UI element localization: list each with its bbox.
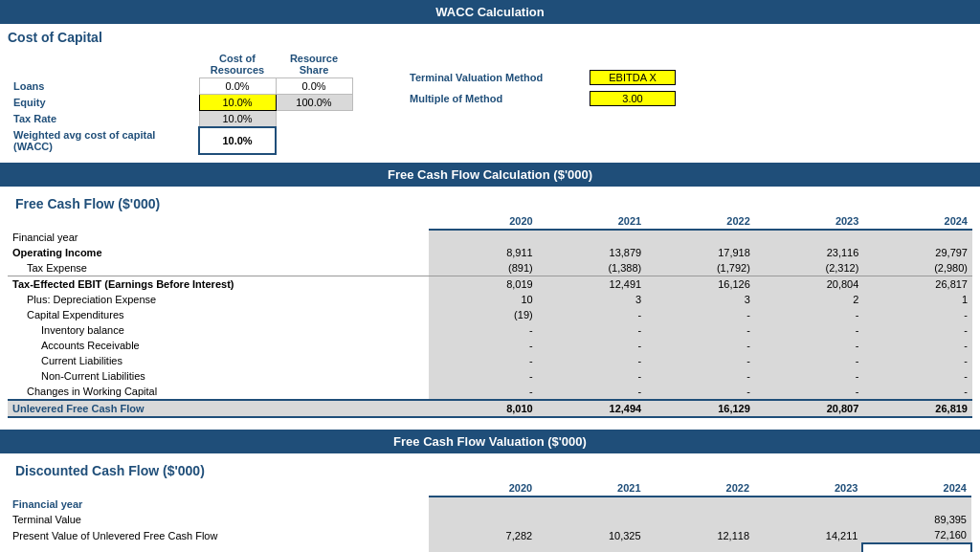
- dcf-year-2020: 2020: [429, 480, 537, 497]
- fcf-val-5-4: -: [863, 307, 972, 322]
- fcf-val-7-1: -: [538, 338, 647, 353]
- terminal-method-label: Terminal Valuation Method: [410, 72, 582, 83]
- fcf-label-2: Tax Expense: [8, 260, 429, 276]
- fcf-label-5: Capital Expenditures: [8, 307, 429, 322]
- fcf-val-6-4: -: [863, 322, 972, 338]
- fcf-val-10-4: -: [863, 384, 972, 400]
- dcf-val-2-3: 14,211: [754, 527, 862, 543]
- fcf-val-1-0: 8,911: [429, 245, 538, 260]
- cost-of-capital-section: Cost of Capital Cost of Resources Resour…: [0, 24, 980, 163]
- fcf-val-11-1: 12,494: [538, 400, 647, 417]
- fcf-val-10-0: -: [429, 384, 538, 400]
- fcf-val-8-3: -: [755, 353, 864, 368]
- fcf-val-11-2: 16,129: [646, 400, 755, 417]
- cost-of-capital-title: Cost of Capital: [0, 24, 980, 47]
- fcf-val-9-4: -: [863, 368, 972, 384]
- fcf-val-6-3: -: [755, 322, 864, 338]
- fcf-val-10-3: -: [755, 384, 864, 400]
- fcf-label-4: Plus: Depreciation Expense: [8, 292, 429, 307]
- fcf-label-1: Operating Income: [8, 245, 429, 260]
- fcf-label-8: Current Liabilities: [8, 353, 429, 368]
- dcf-val-2-1: 10,325: [537, 527, 645, 543]
- dcf-val-2-4: 72,160: [862, 527, 971, 543]
- fcf-val-2-1: (1,388): [538, 260, 647, 276]
- year-2020: 2020: [429, 213, 538, 230]
- fcf-val-4-3: 2: [755, 292, 864, 307]
- fcf-val-4-1: 3: [538, 292, 647, 307]
- wacc-right-panel: Terminal Valuation Method EBITDA X Multi…: [410, 51, 676, 155]
- fcf-val-7-2: -: [646, 338, 755, 353]
- fcf-val-5-3: -: [755, 307, 864, 322]
- fcf-val-9-0: -: [429, 368, 538, 384]
- fcf-section-header: Free Cash Flow Calculation ($'000): [0, 163, 980, 187]
- fcf-val-9-1: -: [538, 368, 647, 384]
- fcf-val-1-3: 23,116: [755, 245, 864, 260]
- wacc-col2-header: Resource Share: [276, 51, 352, 78]
- dcf-section-header: Free Cash Flow Valuation ($'000): [0, 430, 980, 453]
- fcf-label-9: Non-Current Liabilities: [8, 368, 429, 384]
- equity-label: Equity: [8, 95, 199, 111]
- npv-value: 116,096: [862, 543, 971, 552]
- fcf-row-label-0: Financial year: [8, 230, 429, 245]
- dcf-year-2022: 2022: [646, 480, 754, 497]
- dcf-section: Discounted Cash Flow ($'000) 2020 2021 2…: [0, 453, 980, 552]
- fcf-val-1-2: 17,918: [646, 245, 755, 260]
- dcf-label-1: Terminal Value: [8, 512, 429, 527]
- wacc-value: 10.0%: [199, 127, 276, 154]
- fcf-val-7-3: -: [755, 338, 864, 353]
- loans-cost: 0.0%: [199, 78, 276, 95]
- fcf-label-10: Changes in Working Capital: [8, 384, 429, 400]
- dcf-val-2-0: 7,282: [429, 527, 537, 543]
- fcf-val-3-1: 12,491: [538, 276, 647, 293]
- fcf-val-9-2: -: [646, 368, 755, 384]
- fcf-val-10-1: -: [538, 384, 647, 400]
- fcf-val-10-2: -: [646, 384, 755, 400]
- year-2023: 2023: [755, 213, 864, 230]
- npv-label: NPV based on year 5: [8, 543, 429, 552]
- wacc-label: Weighted avg cost of capital (WACC): [8, 127, 199, 154]
- fcf-section: Free Cash Flow ($'000) 2020 2021 2022 20…: [0, 187, 980, 426]
- fcf-val-1-4: 29,797: [863, 245, 972, 260]
- fcf-val-3-4: 26,817: [863, 276, 972, 293]
- dcf-year-2023: 2023: [754, 480, 862, 497]
- fcf-val-11-4: 26,819: [863, 400, 972, 417]
- multiple-method-value: 3.00: [590, 91, 676, 106]
- dcf-val-1-0: [429, 512, 537, 527]
- year-2022: 2022: [646, 213, 755, 230]
- fcf-val-5-2: -: [646, 307, 755, 322]
- wacc-col1-header: Cost of Resources: [199, 51, 276, 78]
- fcf-val-3-2: 16,126: [646, 276, 755, 293]
- fcf-table: 2020 2021 2022 2023 2024 Financial year …: [8, 213, 972, 418]
- loans-label: Loans: [8, 78, 199, 95]
- dcf-year-2021: 2021: [537, 480, 645, 497]
- fcf-val-6-0: -: [429, 322, 538, 338]
- fcf-val-5-1: -: [538, 307, 647, 322]
- fcf-val-2-2: (1,792): [646, 260, 755, 276]
- fcf-val-2-0: (891): [429, 260, 538, 276]
- loans-share: 0.0%: [276, 78, 352, 95]
- fcf-val-8-2: -: [646, 353, 755, 368]
- dcf-val-2-2: 12,118: [646, 527, 754, 543]
- terminal-method-value: EBITDA X: [590, 70, 676, 85]
- dcf-val-1-2: [646, 512, 754, 527]
- fcf-label-7: Accounts Receivable: [8, 338, 429, 353]
- dcf-year-2024: 2024: [862, 480, 971, 497]
- wacc-left-panel: Cost of Resources Resource Share Loans 0…: [8, 51, 371, 155]
- dcf-label-2: Present Value of Unlevered Free Cash Flo…: [8, 527, 429, 543]
- dcf-title: Discounted Cash Flow ($'000): [8, 457, 972, 480]
- fcf-val-3-0: 8,019: [429, 276, 538, 293]
- fcf-val-7-4: -: [863, 338, 972, 353]
- fcf-val-3-3: 20,804: [755, 276, 864, 293]
- fcf-label-6: Inventory balance: [8, 322, 429, 338]
- tax-rate-value: 10.0%: [199, 111, 276, 128]
- multiple-method-label: Multiple of Method: [410, 93, 582, 104]
- fcf-val-1-1: 13,879: [538, 245, 647, 260]
- wacc-section-header: WACC Calculation: [0, 0, 980, 24]
- fcf-val-8-1: -: [538, 353, 647, 368]
- tax-rate-label: Tax Rate: [8, 111, 199, 128]
- equity-share: 100.0%: [276, 95, 352, 111]
- fcf-val-2-4: (2,980): [863, 260, 972, 276]
- fcf-val-8-4: -: [863, 353, 972, 368]
- fcf-val-4-4: 1: [863, 292, 972, 307]
- fcf-val-7-0: -: [429, 338, 538, 353]
